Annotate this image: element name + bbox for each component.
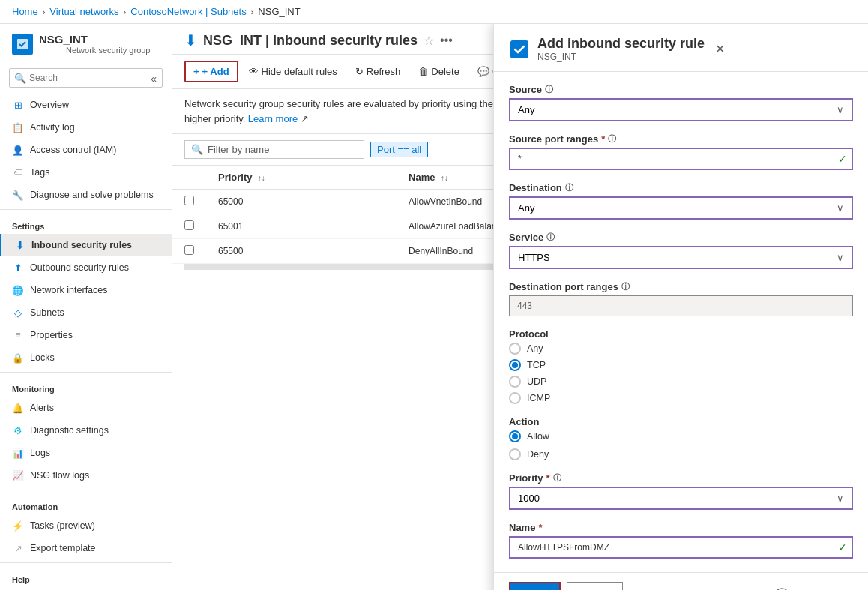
action-allow-radio[interactable] [509,430,521,442]
row-checkbox[interactable] [172,214,206,239]
destination-info-icon[interactable]: ⓘ [565,182,573,193]
source-port-input[interactable] [509,148,853,170]
sidebar-item-tasks[interactable]: ⚡ Tasks (preview) [0,514,172,537]
sidebar-item-outbound-rules[interactable]: ⬆ Outbound security rules [0,256,172,279]
sidebar-item-diagnose[interactable]: 🔧 Diagnose and solve problems [0,184,172,206]
panel-add-button[interactable]: Add [509,582,561,590]
page-title: NSG_INT [39,33,151,46]
overview-icon: ⊞ [12,99,24,111]
filter-tag-port[interactable]: Port == all [370,142,428,157]
protocol-icmp-radio[interactable] [509,392,521,404]
hide-defaults-label: Hide default rules [262,66,337,77]
page-title-text: NSG_INT | Inbound security rules [203,33,418,49]
diagnostic-icon: ⚙ [12,424,24,436]
sidebar-item-tags[interactable]: 🏷 Tags [0,161,172,184]
service-info-icon[interactable]: ⓘ [546,232,555,243]
add-button[interactable]: + + Add [184,61,238,82]
source-label: Source ⓘ [509,84,853,95]
delete-label: Delete [431,66,459,77]
tasks-icon: ⚡ [12,520,24,532]
outbound-icon: ⬆ [12,262,24,274]
priority-info-icon[interactable]: ⓘ [553,472,561,484]
sidebar-item-label: Activity log [30,122,75,133]
locks-icon: 🔒 [12,352,24,364]
protocol-any-radio[interactable] [509,343,521,355]
panel-cancel-button[interactable]: Cancel [567,582,622,590]
breadcrumb-vnet[interactable]: Virtual networks [49,6,118,17]
monitoring-section-label: Monitoring [0,376,172,397]
protocol-tcp-radio[interactable] [509,359,521,371]
service-field-group: Service ⓘ HTTPS ∨ [509,232,853,269]
hide-defaults-button[interactable]: 👁 Hide default rules [241,62,345,81]
sidebar-item-label: Outbound security rules [30,262,129,273]
sidebar-item-label: Properties [30,330,73,340]
sidebar-item-subnets[interactable]: ◇ Subnets [0,301,172,324]
sidebar-item-export[interactable]: ↗ Export template [0,537,172,559]
sidebar-item-diag-settings[interactable]: ⚙ Diagnostic settings [0,419,172,442]
action-allow-option[interactable]: Allow [509,430,853,442]
sidebar-item-label: Diagnostic settings [30,425,109,436]
dest-port-info-icon[interactable]: ⓘ [621,281,630,292]
dest-port-input[interactable] [509,295,853,316]
more-options-button[interactable]: ••• [440,34,453,47]
sidebar-item-locks[interactable]: 🔒 Locks [0,346,172,369]
breadcrumb-contoso[interactable]: ContosoNetwork | Subnets [130,6,246,17]
delete-button[interactable]: 🗑 Delete [411,62,467,81]
priority-select[interactable]: 1000 ∨ [509,487,853,510]
sidebar-item-access-control[interactable]: 👤 Access control (IAM) [0,139,172,161]
settings-section-label: Settings [0,213,172,234]
sidebar-item-overview[interactable]: ⊞ Overview [0,94,172,116]
row-priority: 65500 [206,239,397,264]
sidebar-item-properties[interactable]: ≡ Properties [0,324,172,346]
refresh-button[interactable]: ↻ Refresh [348,62,409,81]
breadcrumb-home[interactable]: Home [12,6,38,17]
source-port-label: Source port ranges * ⓘ [509,133,853,145]
action-label: Action [509,416,853,427]
collapse-sidebar-button[interactable]: « [151,73,157,85]
filter-input-container[interactable]: 🔍 Filter by name [184,140,364,159]
sidebar-item-nsg-flow-logs[interactable]: 📈 NSG flow logs [0,464,172,487]
breadcrumb: Home › Virtual networks › ContosoNetwork… [0,0,868,24]
source-port-input-container: ✓ [509,148,853,170]
name-input[interactable] [509,536,853,559]
row-checkbox[interactable] [172,239,206,264]
action-deny-radio[interactable] [509,448,521,460]
sidebar-item-network-interfaces[interactable]: 🌐 Network interfaces [0,279,172,301]
protocol-udp-radio[interactable] [509,376,521,388]
search-input[interactable] [9,68,163,88]
inbound-icon: ⬇ [13,239,25,251]
panel-body: Source ⓘ Any ∨ Source port ranges * ⓘ [494,72,868,572]
service-select[interactable]: HTTPS ∨ [509,246,853,269]
sidebar-item-effective-rules[interactable]: 🛡 Effective security rules [0,587,172,590]
protocol-udp-option[interactable]: UDP [509,376,546,388]
protocol-any-label: Any [527,343,543,354]
protocol-icmp-option[interactable]: ICMP [509,392,550,404]
sidebar-item-inbound-rules[interactable]: ⬇ Inbound security rules [0,234,172,256]
action-deny-option[interactable]: Deny [509,448,853,460]
favorite-button[interactable]: ☆ [424,34,434,48]
sidebar-item-label: Export template [30,543,96,553]
subnets-icon: ◇ [12,307,24,319]
learn-more-link[interactable]: Learn more [248,113,298,124]
row-checkbox[interactable] [172,190,206,214]
source-port-field-group: Source port ranges * ⓘ ✓ [509,133,853,170]
col-priority-header[interactable]: Priority ↑↓ [206,166,397,190]
priority-label: Priority * ⓘ [509,472,853,484]
destination-label: Destination ⓘ [509,182,853,193]
source-select[interactable]: Any ∨ [509,98,853,121]
sidebar-header: NSG_INT Network security group [0,24,172,62]
network-icon: 🌐 [12,284,24,296]
sort-priority-icon: ↑↓ [258,174,265,182]
protocol-any-option[interactable]: Any [509,343,543,355]
action-radio-group: Allow Deny [509,430,853,460]
add-rule-panel: Add inbound security rule NSG_INT ✕ Sour… [493,24,868,590]
source-port-info-icon[interactable]: ⓘ [608,133,616,145]
access-icon: 👤 [12,144,24,156]
panel-close-button[interactable]: ✕ [712,39,728,59]
sidebar-item-alerts[interactable]: 🔔 Alerts [0,397,172,419]
destination-select[interactable]: Any ∨ [509,196,853,220]
protocol-tcp-option[interactable]: TCP [509,359,546,371]
source-info-icon[interactable]: ⓘ [545,84,553,95]
sidebar-item-logs[interactable]: 📊 Logs [0,442,172,464]
sidebar-item-activity-log[interactable]: 📋 Activity log [0,116,172,139]
